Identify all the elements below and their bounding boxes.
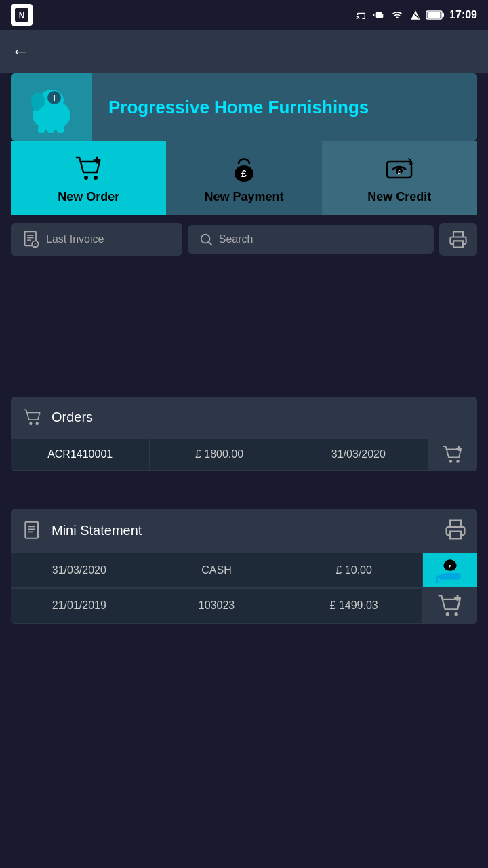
status-bar: N 17:09 [0, 0, 488, 30]
company-name-area: Progressive Home Furnishings [92, 73, 477, 141]
svg-text:+: + [36, 531, 40, 539]
mini-print-button[interactable] [445, 519, 466, 542]
no-signal-icon [410, 8, 421, 22]
svg-line-31 [209, 242, 211, 245]
svg-text:£: £ [34, 243, 37, 248]
search-label: Search [219, 233, 253, 245]
svg-rect-5 [428, 12, 441, 18]
svg-rect-13 [57, 126, 64, 133]
table-row: 31/03/2020 CASH £ 10.00 £ [11, 553, 477, 587]
svg-text:N: N [19, 11, 25, 20]
status-logo-area: N [11, 4, 33, 26]
print-icon [449, 230, 468, 249]
cart-add-icon [73, 152, 105, 184]
payment-hand-icon: £ [434, 555, 466, 585]
mini-statement-section: + Mini Statement 31/03/2020 CASH £ 10.00… [11, 509, 477, 624]
svg-point-35 [456, 460, 460, 463]
company-name: Progressive Home Furnishings [108, 97, 369, 118]
invoice-icon: £ [22, 230, 41, 249]
new-order-label: New Order [58, 190, 119, 204]
svg-point-45 [446, 612, 450, 616]
svg-point-34 [449, 460, 453, 463]
orders-header: Orders [11, 397, 477, 437]
action-buttons: New Order £ New Payment £ New Credit [11, 141, 477, 215]
mini-print-icon [445, 519, 466, 540]
statement-action-1[interactable]: £ [423, 553, 477, 587]
content-area [0, 264, 488, 386]
vibrate-icon [373, 8, 384, 22]
svg-point-15 [94, 176, 98, 180]
status-time: 17:09 [449, 9, 477, 21]
mini-statement-title: Mini Statement [52, 523, 142, 538]
order-action-button[interactable] [428, 439, 477, 470]
svg-rect-12 [47, 126, 54, 133]
table-row: 21/01/2019 103023 £ 1499.03 [11, 589, 477, 623]
new-credit-label: New Credit [367, 190, 431, 204]
svg-point-46 [454, 612, 458, 616]
company-header: i Progressive Home Furnishings [11, 73, 477, 141]
battery-icon [426, 10, 444, 20]
top-bar: ← [0, 30, 488, 73]
mini-header-left: + Mini Statement [22, 520, 142, 542]
mini-statement-header: + Mini Statement [11, 509, 477, 552]
statement-date-2: 21/01/2019 [11, 589, 148, 623]
table-row: ACR1410001 £ 1800.00 31/03/2020 [11, 439, 477, 470]
svg-rect-4 [442, 13, 444, 17]
company-logo-icon: i [24, 80, 79, 134]
search-icon [199, 232, 214, 247]
invoice-bar: £ Last Invoice Search [11, 223, 477, 256]
svg-text:£: £ [449, 564, 452, 570]
app-logo: N [11, 4, 33, 26]
wifi-icon [390, 9, 405, 20]
new-payment-label: New Payment [204, 190, 283, 204]
cart-add-statement-icon [435, 591, 465, 620]
statement-type-2: 103023 [148, 589, 286, 623]
new-payment-button[interactable]: £ New Payment [166, 141, 321, 215]
statement-action-2[interactable] [423, 589, 477, 623]
company-logo-area: i [11, 73, 92, 141]
orders-cart-icon [22, 406, 43, 428]
orders-title: Orders [52, 410, 93, 425]
payment-bag-icon: £ [228, 152, 260, 184]
svg-text:£: £ [241, 168, 247, 179]
new-credit-button[interactable]: £ New Credit [322, 141, 477, 215]
cart-add-row-icon [441, 442, 465, 467]
svg-rect-11 [38, 126, 45, 133]
statement-amount-1: £ 10.00 [285, 553, 423, 587]
svg-text:i: i [53, 93, 56, 103]
statement-amount-2: £ 1499.03 [285, 589, 423, 623]
svg-point-14 [84, 176, 88, 180]
order-amount-cell: £ 1800.00 [150, 439, 289, 470]
svg-text:£: £ [398, 170, 401, 174]
order-id-cell: ACR1410001 [11, 439, 150, 470]
cast-icon [354, 9, 368, 20]
svg-point-33 [36, 422, 39, 425]
print-button[interactable] [439, 223, 477, 256]
last-invoice-label: Last Invoice [46, 233, 104, 245]
statement-type-1: CASH [148, 553, 286, 587]
back-button[interactable]: ← [11, 41, 30, 62]
credit-icon: £ [383, 152, 415, 184]
status-right: 17:09 [354, 8, 477, 22]
orders-section: Orders ACR1410001 £ 1800.00 31/03/2020 [11, 397, 477, 471]
mini-statement-icon: + [22, 520, 43, 542]
statement-date-1: 31/03/2020 [11, 553, 148, 587]
search-button[interactable]: Search [188, 225, 434, 254]
svg-point-32 [29, 422, 32, 425]
last-invoice-button[interactable]: £ Last Invoice [11, 223, 182, 256]
new-order-button[interactable]: New Order [11, 141, 166, 215]
order-date-cell: 31/03/2020 [289, 439, 428, 470]
